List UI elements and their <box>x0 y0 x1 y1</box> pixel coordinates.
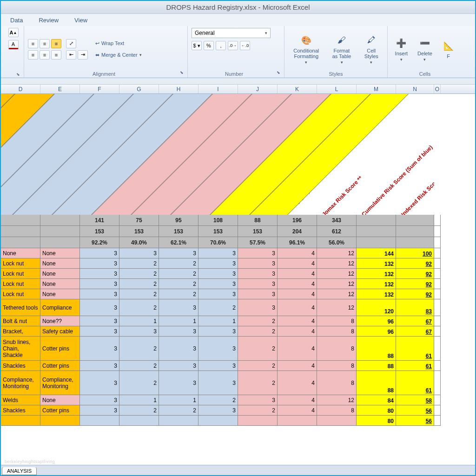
data-cell[interactable]: None <box>1 248 40 258</box>
data-cell[interactable]: 4 <box>278 395 317 405</box>
data-cell[interactable]: 132 <box>357 289 396 299</box>
data-cell[interactable] <box>434 395 441 405</box>
data-cell[interactable]: 132 <box>357 258 396 269</box>
data-cell[interactable]: 1 <box>159 395 198 405</box>
font-launcher-icon[interactable]: ⬊ <box>7 72 20 77</box>
data-cell[interactable]: 96 <box>357 316 396 326</box>
data-cell[interactable] <box>434 337 441 361</box>
data-cell[interactable]: 8 <box>317 337 357 361</box>
data-cell[interactable]: 2 <box>119 289 159 299</box>
summary-cell[interactable] <box>396 226 434 237</box>
align-right-button[interactable]: ≡ <box>51 50 61 60</box>
sheet-tab-analysis[interactable]: ANALYSIS <box>2 467 37 475</box>
summary-cell[interactable]: 96.1% <box>278 237 317 248</box>
align-top-button[interactable]: ≡ <box>28 39 38 48</box>
indent-increase-button[interactable]: ⇥ <box>78 50 88 60</box>
data-cell[interactable]: 92 <box>396 269 434 279</box>
data-cell[interactable]: None <box>40 395 80 405</box>
data-cell[interactable] <box>434 289 441 299</box>
indent-decrease-button[interactable]: ⇤ <box>66 50 76 60</box>
data-cell[interactable]: None <box>40 248 80 258</box>
data-cell[interactable]: 3 <box>80 289 119 299</box>
col-header-N[interactable]: N <box>396 85 434 93</box>
summary-cell[interactable] <box>434 237 441 248</box>
data-cell[interactable]: 3 <box>238 289 278 299</box>
cell-styles-button[interactable]: 🖍 Cell Styles▾ <box>362 33 381 66</box>
data-cell[interactable]: 58 <box>396 395 434 405</box>
data-cell[interactable]: 12 <box>317 248 357 258</box>
data-cell[interactable]: 92 <box>396 289 434 299</box>
summary-cell[interactable] <box>40 215 80 226</box>
col-header-J[interactable]: J <box>238 85 278 93</box>
data-cell[interactable]: 61 <box>396 337 434 361</box>
summary-cell[interactable]: 153 <box>238 226 278 237</box>
data-cell[interactable]: 4 <box>278 316 317 326</box>
col-header-K[interactable]: K <box>278 85 317 93</box>
data-cell[interactable]: 1 <box>119 316 159 326</box>
data-cell[interactable]: 92 <box>396 258 434 269</box>
data-cell[interactable]: 56 <box>396 416 434 426</box>
data-cell[interactable]: Bracket, <box>1 326 40 337</box>
data-cell[interactable] <box>434 326 441 337</box>
comma-button[interactable]: , <box>216 41 226 50</box>
data-cell[interactable]: 3 <box>198 279 238 289</box>
data-cell[interactable]: 2 <box>119 405 159 416</box>
data-cell[interactable]: 3 <box>80 361 119 371</box>
data-cell[interactable]: Cotter pins <box>40 361 80 371</box>
summary-cell[interactable]: 204 <box>278 226 317 237</box>
format-button[interactable]: 📐 F <box>439 38 458 60</box>
data-cell[interactable]: 3 <box>80 269 119 279</box>
data-cell[interactable]: 12 <box>317 289 357 299</box>
data-cell[interactable]: 3 <box>198 337 238 361</box>
data-cell[interactable]: 2 <box>238 405 278 416</box>
data-cell[interactable]: 3 <box>119 326 159 337</box>
summary-cell[interactable] <box>357 215 396 226</box>
align-middle-button[interactable]: ≡ <box>40 39 50 48</box>
data-cell[interactable]: 3 <box>80 248 119 258</box>
data-cell[interactable]: 61 <box>396 361 434 371</box>
data-cell[interactable]: 3 <box>80 405 119 416</box>
data-cell[interactable]: 2 <box>238 361 278 371</box>
data-cell[interactable]: 12 <box>317 395 357 405</box>
data-cell[interactable] <box>434 361 441 371</box>
summary-cell[interactable] <box>40 226 80 237</box>
data-cell[interactable]: 8 <box>317 361 357 371</box>
data-cell[interactable]: 3 <box>238 248 278 258</box>
summary-cell[interactable]: 153 <box>80 226 119 237</box>
data-cell[interactable]: 84 <box>357 395 396 405</box>
summary-cell[interactable] <box>396 237 434 248</box>
summary-cell[interactable]: 153 <box>159 226 198 237</box>
data-cell[interactable]: 4 <box>278 337 317 361</box>
data-cell[interactable]: 4 <box>278 269 317 279</box>
data-cell[interactable]: 2 <box>238 337 278 361</box>
data-cell[interactable]: 8 <box>317 316 357 326</box>
data-cell[interactable]: 3 <box>80 258 119 269</box>
insert-button[interactable]: ➕ Insert▾ <box>392 35 410 63</box>
summary-cell[interactable]: 70.6% <box>198 237 238 248</box>
data-cell[interactable]: Snub lines, Chain, Shackle <box>1 337 40 361</box>
data-cell[interactable]: 4 <box>278 279 317 289</box>
data-cell[interactable] <box>434 279 441 289</box>
col-header-D[interactable]: D <box>1 85 40 93</box>
summary-cell[interactable] <box>357 237 396 248</box>
data-cell[interactable]: 8 <box>317 326 357 337</box>
data-cell[interactable]: 3 <box>159 299 198 316</box>
col-header-I[interactable]: I <box>198 85 238 93</box>
align-center-button[interactable]: ≡ <box>40 50 50 60</box>
data-cell[interactable]: Lock nut <box>1 289 40 299</box>
percent-button[interactable]: % <box>204 41 214 50</box>
data-cell[interactable]: 3 <box>80 316 119 326</box>
summary-cell[interactable] <box>434 215 441 226</box>
data-cell[interactable]: 67 <box>396 326 434 337</box>
number-format-select[interactable]: General ▾ <box>192 28 271 38</box>
data-cell[interactable]: 2 <box>119 371 159 395</box>
data-cell[interactable]: 8 <box>317 405 357 416</box>
align-bottom-button[interactable]: ≡ <box>51 39 61 48</box>
data-cell[interactable] <box>278 416 317 426</box>
data-cell[interactable]: 83 <box>396 299 434 316</box>
data-cell[interactable]: 2 <box>119 279 159 289</box>
data-cell[interactable] <box>238 416 278 426</box>
summary-cell[interactable]: 92.2% <box>80 237 119 248</box>
data-cell[interactable]: Lock nut <box>1 269 40 279</box>
summary-cell[interactable]: 343 <box>317 215 357 226</box>
